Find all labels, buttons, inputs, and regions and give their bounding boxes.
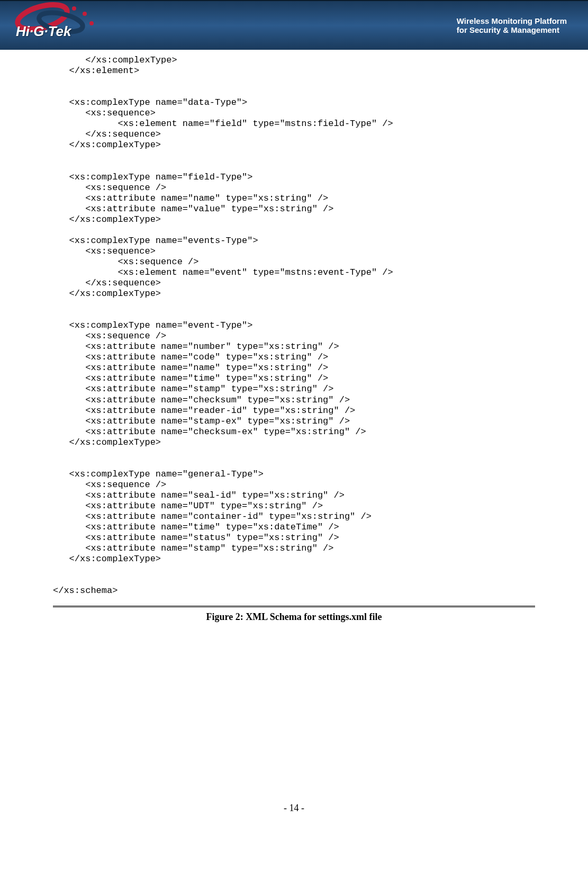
figure-caption: Figure 2: XML Schema for settings.xml fi… (53, 612, 535, 623)
svg-point-2 (72, 6, 76, 11)
document-header: Hi·G·Tek Wireless Monitoring Platform fo… (0, 0, 588, 50)
svg-point-3 (83, 12, 87, 16)
figure-divider (53, 606, 535, 607)
tagline-line1: Wireless Monitoring Platform (457, 16, 567, 25)
xml-schema-code: </xs:complexType> </xs:element> <xs:comp… (53, 55, 535, 596)
tagline-line2: for Security & Management (457, 25, 567, 34)
svg-point-4 (89, 21, 94, 25)
page-number: - 14 - (0, 803, 588, 819)
logo-text: Hi·G·Tek (16, 23, 71, 40)
page-content: </xs:complexType> </xs:element> <xs:comp… (0, 50, 588, 633)
tagline: Wireless Monitoring Platform for Securit… (457, 16, 567, 34)
